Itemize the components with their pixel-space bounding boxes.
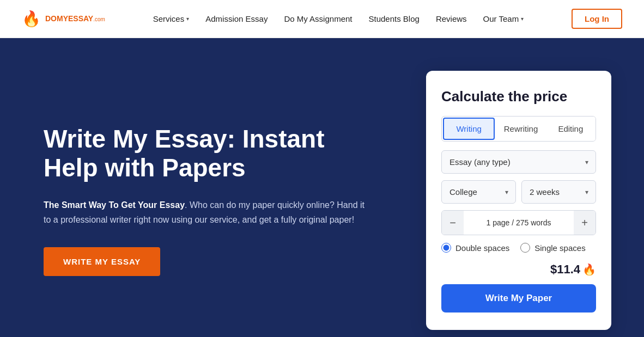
tab-editing[interactable]: Editing [546,117,596,141]
hero-content: Write My Essay: Instant Help with Papers… [44,125,370,275]
price-display: $11.4 [550,262,580,277]
nav-students-blog[interactable]: Students Blog [368,14,419,23]
navbar: 🔥 DOMYESSAY.com Services ▾ Admission Ess… [0,0,644,38]
pages-increment-button[interactable]: + [574,211,596,235]
level-deadline-row: College High School University Master's … [441,180,596,204]
double-spaces-radio[interactable] [441,243,451,253]
price-row: $11.4 🔥 [441,262,596,277]
calc-tabs: Writing Rewriting Editing [441,116,596,142]
single-spaces-radio[interactable] [520,243,530,253]
paper-type-select[interactable]: Essay (any type) Research Paper Term Pap… [441,150,596,174]
write-my-essay-button[interactable]: WRITE MY ESSAY [44,247,160,276]
pages-display: 1 page / 275 words [464,211,574,235]
nav-services[interactable]: Services ▾ [153,14,190,23]
calculator-card: Calculate the price Writing Rewriting Ed… [426,71,611,330]
double-spaces-text: Double spaces [455,243,509,253]
hero-title: Write My Essay: Instant Help with Papers [44,125,370,182]
logo-text: DOMYESSAY.com [45,15,105,23]
tab-writing[interactable]: Writing [443,118,495,140]
spacing-row: Double spaces Single spaces [441,243,596,253]
hero-section: Write My Essay: Instant Help with Papers… [0,38,644,337]
chevron-down-icon: ▾ [521,16,524,22]
pages-row: − 1 page / 275 words + [441,210,596,235]
level-select[interactable]: College High School University Master's … [441,180,516,204]
single-spaces-label[interactable]: Single spaces [520,243,585,253]
calculator-title: Calculate the price [441,88,596,105]
nav-links: Services ▾ Admission Essay Do My Assignm… [153,14,524,23]
chevron-down-icon: ▾ [186,16,189,22]
deadline-select-wrapper: 2 weeks 10 days 7 days 5 days 3 days 2 d… [521,180,596,204]
write-my-paper-button[interactable]: Write My Paper [441,284,596,313]
nav-reviews[interactable]: Reviews [436,14,467,23]
nav-our-team[interactable]: Our Team ▾ [483,14,524,23]
login-button[interactable]: Log In [572,9,622,29]
hero-description: The Smart Way To Get Your Essay. Who can… [44,198,370,227]
level-select-wrapper: College High School University Master's … [441,180,516,204]
nav-do-my-assignment[interactable]: Do My Assignment [284,14,352,23]
double-spaces-label[interactable]: Double spaces [441,243,509,253]
nav-admission-essay[interactable]: Admission Essay [205,14,268,23]
deadline-select[interactable]: 2 weeks 10 days 7 days 5 days 3 days 2 d… [521,180,596,204]
pages-decrement-button[interactable]: − [442,211,464,235]
tab-rewriting[interactable]: Rewriting [496,117,545,141]
logo-flame-icon: 🔥 [22,10,41,28]
paper-type-select-wrapper: Essay (any type) Research Paper Term Pap… [441,150,596,174]
logo[interactable]: 🔥 DOMYESSAY.com [22,10,105,28]
single-spaces-text: Single spaces [534,243,585,253]
price-flame-icon: 🔥 [582,263,596,276]
